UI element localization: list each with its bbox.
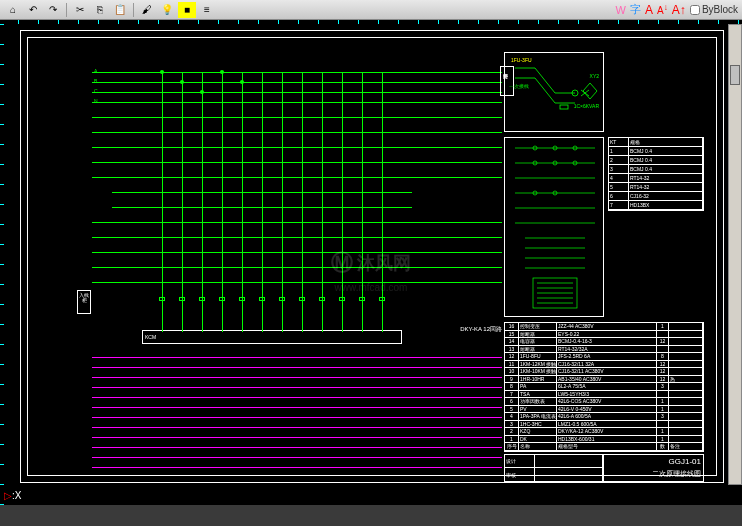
tool-layer-icon[interactable]: ≡ xyxy=(198,2,216,18)
table-row: 13熔断器RT14-32/32A xyxy=(505,346,703,354)
bus-line-a xyxy=(92,72,502,73)
watermark-brand: 沐风网 xyxy=(357,251,411,275)
table-row: 41PA-3PA 电流表42L6-A 600/5A3 xyxy=(505,413,703,421)
watermark: Ⓜ沐风网 xyxy=(331,248,411,278)
kcm-label: KCM xyxy=(145,334,156,340)
tool-copy-icon[interactable]: ⎘ xyxy=(91,2,109,18)
bus-line-b xyxy=(92,82,502,83)
table-row: 31HC-3HCLMZ1-0.5 600/5A xyxy=(505,421,703,429)
drawing-number: GGJ1-01 xyxy=(669,457,701,466)
cursor-icon: ▷ xyxy=(4,490,12,501)
tool-brush-icon[interactable]: 🖌 xyxy=(138,2,156,18)
table-row: 15熔断器EYS-0.22 xyxy=(505,331,703,339)
table-row: 91HR-10HRAB1-35/40 AC380V12热 xyxy=(505,376,703,384)
scroll-thumb[interactable] xyxy=(730,65,740,85)
kcm-terminal-strip: KCM xyxy=(142,330,402,344)
tool-bulb-icon[interactable]: 💡 xyxy=(158,2,176,18)
tool-paste-icon[interactable]: 📋 xyxy=(111,2,129,18)
input-terminal-label: 入线柜 xyxy=(78,293,90,303)
bus-line-n xyxy=(92,102,502,103)
byblock-checkbox[interactable]: ByBlock xyxy=(690,4,738,15)
table-row: 111KM-12KM 接触器CJ16-32/11 32A12 xyxy=(505,361,703,369)
bus-b-label: B xyxy=(94,78,97,84)
tool-redo-icon[interactable]: ↷ xyxy=(44,2,62,18)
mini-schematic-2 xyxy=(504,137,604,317)
table-row: 序号名称规格型号数备注 xyxy=(505,443,703,451)
table-row: 7TSALW5-15YH3/3 xyxy=(505,391,703,399)
main-schematic: KCM xyxy=(42,52,512,482)
drawing-title: 二次原理接线图 xyxy=(652,469,701,479)
command-prompt: :X xyxy=(12,490,21,501)
byblock-label: ByBlock xyxy=(702,4,738,15)
bus-n-label: N xyxy=(94,98,98,104)
command-line[interactable]: ▷ :X xyxy=(4,487,21,503)
table-row: 16控制变压JZZ-44 AC380V1 xyxy=(505,323,703,331)
ruler-vertical xyxy=(0,24,4,505)
title-block: GGJ1-01 二次原理接线图 设计 审核 xyxy=(504,454,704,482)
watermark-url: www.mfcad.com xyxy=(335,282,408,293)
input-terminal-box: 入线柜 xyxy=(77,290,91,314)
table-row: 1DKHD13BX-600/311 xyxy=(505,436,703,444)
ruler-horizontal xyxy=(18,20,742,24)
svg-rect-1 xyxy=(560,105,568,109)
bus-line-c xyxy=(92,92,502,93)
char-button[interactable]: 字 xyxy=(630,2,641,17)
table-row: 2KZQDKY/KA-12 AC380V1 xyxy=(505,428,703,436)
a-large-button[interactable]: A xyxy=(645,3,653,17)
bus-a-label: A xyxy=(94,68,97,74)
cad-canvas[interactable]: KCM xyxy=(0,20,742,505)
table-row: 101KM-10KM 接触器CJ16-32/11 AC380V12 xyxy=(505,368,703,376)
scrollbar-vertical[interactable] xyxy=(728,24,742,485)
right-panel: 1FU-3FU 一次接线 XY2 1C×6KVAR xyxy=(504,52,704,482)
bus-c-label: C xyxy=(94,88,98,94)
table-kt: KT规格 1BCMJ 0.42BCMJ 0.43BCMJ 0.44RT14-32… xyxy=(608,137,704,211)
parts-list-table: 16控制变压JZZ-44 AC380V115熔断器EYS-0.2214电容器BC… xyxy=(504,322,704,452)
top-toolbar: ⌂ ↶ ↷ ✂ ⎘ 📋 🖌 💡 ■ ≡ W 字 A A↓ A↑ ByBlock xyxy=(0,0,742,20)
tool-home-icon[interactable]: ⌂ xyxy=(4,2,22,18)
table-row: 5PV42L6-V 0-450V1 xyxy=(505,406,703,414)
table-row: 6功率因数表42L6-COS AC380V1 xyxy=(505,398,703,406)
mini-schematic-1: 1FU-3FU 一次接线 XY2 1C×6KVAR xyxy=(504,52,604,132)
table-row: 121FU-8FUJFS-2.5RD 6A8 xyxy=(505,353,703,361)
tool-color-icon[interactable]: ■ xyxy=(178,2,196,18)
coil-icon xyxy=(159,297,165,301)
tool-undo-icon[interactable]: ↶ xyxy=(24,2,42,18)
toolbar-right: W 字 A A↓ A↑ ByBlock xyxy=(616,2,738,17)
table-row: 8PA6L2-A 75/5A3 xyxy=(505,383,703,391)
tool-cut-icon[interactable]: ✂ xyxy=(71,2,89,18)
table-row: 14电容器BCMJ-0.4-16-312 xyxy=(505,338,703,346)
a-small-button[interactable]: A↓ xyxy=(657,2,668,16)
word-button[interactable]: W xyxy=(616,4,626,16)
dky-label: DKY-KA 12回路 xyxy=(460,325,502,334)
a1-button[interactable]: A↑ xyxy=(672,3,686,17)
